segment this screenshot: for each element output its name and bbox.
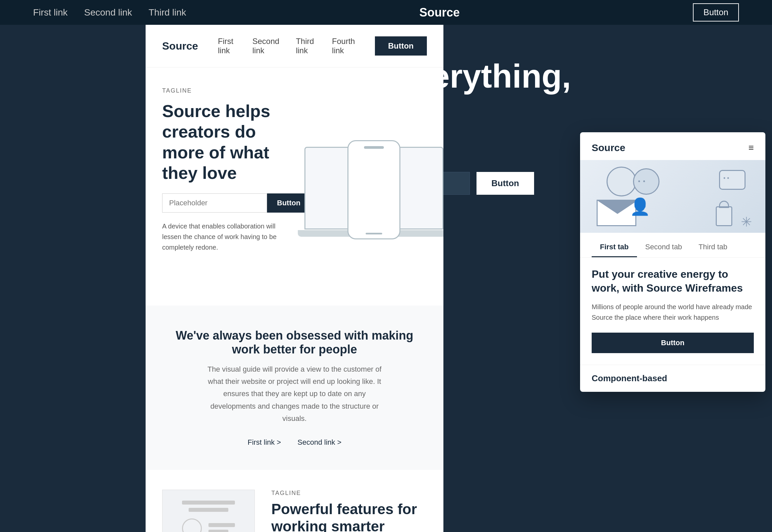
- dark-search-button[interactable]: Button: [476, 172, 534, 195]
- rp-footer-title: Component-based: [592, 373, 754, 384]
- hero-section: TAGLINE Source helps creators do more of…: [145, 67, 443, 266]
- obsessed-link-2[interactable]: Second link >: [298, 438, 342, 447]
- rp-shape-circle: [607, 167, 636, 196]
- white-nav-links: First link Second link Third link Fourth…: [218, 37, 355, 55]
- white-brand: Source: [162, 40, 198, 52]
- obsessed-link-1[interactable]: First link >: [248, 438, 281, 447]
- white-main-card: Source First link Second link Third link…: [145, 25, 443, 532]
- dark-nav-links: First link Second link Third link: [33, 7, 186, 18]
- placeholder-circle: [182, 518, 202, 532]
- device-illustration: [288, 107, 443, 246]
- rp-tab-3[interactable]: Third tab: [690, 239, 736, 257]
- features-section: TAGLINE Powerful features for working sm…: [145, 470, 443, 532]
- white-nav-button[interactable]: Button: [375, 36, 427, 56]
- white-nav-link-2[interactable]: Second link: [253, 37, 279, 55]
- rp-content-button[interactable]: Button: [592, 333, 754, 353]
- rp-shape-person: 👤: [630, 197, 650, 216]
- hero-input-row: Button: [162, 193, 288, 213]
- white-nav-link-3[interactable]: Third link: [296, 37, 315, 55]
- placeholder-bar-2: [188, 508, 228, 512]
- obsessed-title: We've always been obsessed with making w…: [162, 329, 427, 356]
- obsessed-description: The visual guide will provide a view to …: [204, 363, 386, 425]
- dark-nav-link-2[interactable]: Second link: [84, 7, 132, 18]
- hero-description: A device that enables collaboration will…: [162, 221, 288, 253]
- features-image: [162, 490, 255, 532]
- hero-email-input[interactable]: [162, 193, 267, 213]
- features-text: TAGLINE Powerful features for working sm…: [271, 490, 427, 532]
- rp-header: Source ≡: [580, 132, 765, 160]
- rp-content-description: Millions of people around the world have…: [592, 302, 754, 323]
- hero-tagline: TAGLINE: [162, 87, 427, 94]
- dark-nav-link-3[interactable]: Third link: [148, 7, 186, 18]
- dark-brand: Source: [419, 6, 460, 20]
- rp-menu-icon[interactable]: ≡: [749, 143, 754, 153]
- rp-tab-2[interactable]: Second tab: [637, 239, 690, 257]
- dark-nav-button[interactable]: Button: [693, 3, 739, 21]
- rp-tabs: First tab Second tab Third tab: [580, 233, 765, 258]
- obsessed-section: We've always been obsessed with making w…: [145, 306, 443, 470]
- placeholder-bar-3: [209, 523, 235, 527]
- white-nav-link-1[interactable]: First link: [218, 37, 236, 55]
- rp-footer: Component-based: [580, 365, 765, 392]
- rp-shape-star: ✳: [741, 214, 752, 229]
- white-navbar: Source First link Second link Third link…: [145, 25, 443, 67]
- rp-tab-1[interactable]: First tab: [592, 239, 637, 257]
- rp-shape-lock: [716, 206, 732, 226]
- obsessed-links: First link > Second link >: [162, 438, 427, 447]
- rp-content: Put your creative energy to work, with S…: [580, 258, 765, 365]
- rp-shape-chat: • •: [719, 170, 746, 190]
- phone-illustration: [347, 140, 400, 239]
- dark-navbar: First link Second link Third link Source…: [0, 0, 772, 25]
- right-panel-card: Source ≡ • • ✳ 👤 First tab Second tab Th…: [580, 132, 765, 392]
- rp-illustration: • • ✳ 👤: [580, 160, 765, 233]
- white-nav-link-4[interactable]: Fourth link: [332, 37, 355, 55]
- hero-title: Source helps creators do more of what th…: [162, 101, 288, 184]
- dark-nav-link-1[interactable]: First link: [33, 7, 67, 18]
- rp-shape-face: [633, 168, 660, 195]
- placeholder-bar-1: [182, 501, 235, 505]
- features-title: Powerful features for working smarter: [271, 501, 427, 532]
- features-tagline: TAGLINE: [271, 490, 427, 497]
- rp-brand: Source: [592, 142, 626, 153]
- rp-content-title: Put your creative energy to work, with S…: [592, 267, 754, 295]
- placeholder-bar-4: [209, 530, 228, 532]
